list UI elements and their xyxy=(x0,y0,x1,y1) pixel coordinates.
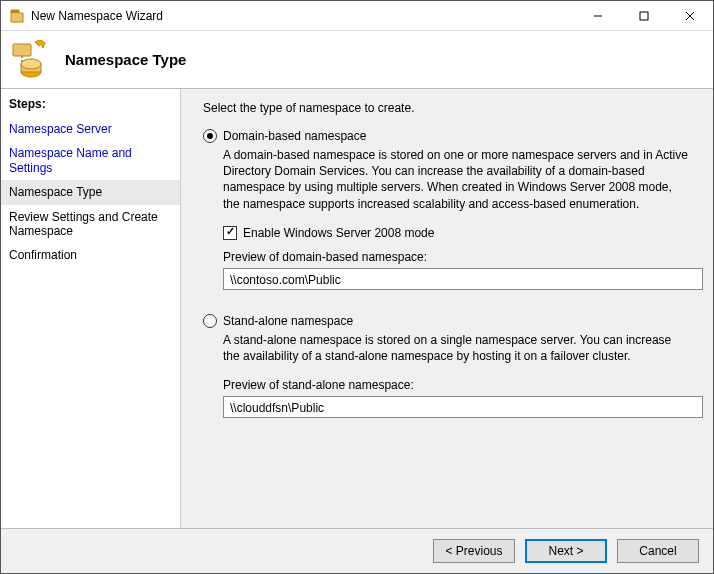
step-namespace-server[interactable]: Namespace Server xyxy=(1,117,180,141)
maximize-button[interactable] xyxy=(621,1,667,30)
next-button[interactable]: Next > xyxy=(525,539,607,563)
instruction-text: Select the type of namespace to create. xyxy=(203,101,691,115)
namespace-icon xyxy=(11,40,51,80)
main-panel: Select the type of namespace to create. … xyxy=(181,89,713,528)
svg-marker-6 xyxy=(35,40,45,48)
checkbox-enable-2008-mode[interactable] xyxy=(223,226,237,240)
radio-domain-based[interactable] xyxy=(203,129,217,143)
checkbox-enable-2008-mode-label[interactable]: Enable Windows Server 2008 mode xyxy=(243,226,434,240)
app-icon xyxy=(9,8,25,24)
step-namespace-type[interactable]: Namespace Type xyxy=(1,180,180,204)
wizard-footer: < Previous Next > Cancel xyxy=(1,529,713,573)
wizard-header: Namespace Type xyxy=(1,31,713,89)
cancel-button[interactable]: Cancel xyxy=(617,539,699,563)
svg-point-10 xyxy=(21,59,41,69)
minimize-button[interactable] xyxy=(575,1,621,30)
domain-based-description: A domain-based namespace is stored on on… xyxy=(223,147,691,212)
close-button[interactable] xyxy=(667,1,713,30)
radio-stand-alone-label[interactable]: Stand-alone namespace xyxy=(223,314,353,328)
stand-alone-description: A stand-alone namespace is stored on a s… xyxy=(223,332,691,364)
svg-rect-0 xyxy=(11,10,19,13)
svg-rect-5 xyxy=(13,44,31,56)
steps-sidebar: Steps: Namespace Server Namespace Name a… xyxy=(1,89,181,528)
step-review-settings[interactable]: Review Settings and Create Namespace xyxy=(1,205,180,244)
step-confirmation[interactable]: Confirmation xyxy=(1,243,180,267)
window-title: New Namespace Wizard xyxy=(31,9,575,23)
radio-domain-based-label[interactable]: Domain-based namespace xyxy=(223,129,366,143)
step-namespace-name[interactable]: Namespace Name and Settings xyxy=(1,141,180,180)
svg-rect-2 xyxy=(640,12,648,20)
domain-preview-value: \\contoso.com\Public xyxy=(223,268,703,290)
domain-preview-label: Preview of domain-based namespace: xyxy=(223,250,691,264)
page-title: Namespace Type xyxy=(65,51,186,68)
steps-heading: Steps: xyxy=(1,95,180,117)
title-bar: New Namespace Wizard xyxy=(1,1,713,31)
standalone-preview-label: Preview of stand-alone namespace: xyxy=(223,378,691,392)
previous-button[interactable]: < Previous xyxy=(433,539,515,563)
radio-stand-alone[interactable] xyxy=(203,314,217,328)
standalone-preview-value: \\clouddfsn\Public xyxy=(223,396,703,418)
